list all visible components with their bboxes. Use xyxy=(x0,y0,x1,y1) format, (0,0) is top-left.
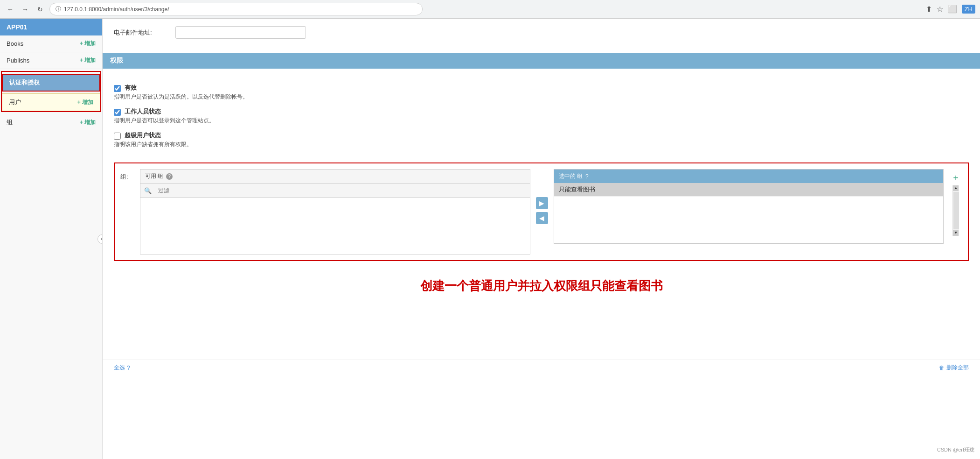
active-checkbox-row: 有效 指明用户是否被认为是活跃的。以反选代替删除帐号。 xyxy=(114,84,969,101)
publishs-label: Publishs xyxy=(7,57,29,64)
groups-arrow-buttons: ▶ ◀ xyxy=(536,169,548,224)
move-left-btn[interactable]: ◀ xyxy=(536,212,548,224)
window-icon[interactable]: ⬜ xyxy=(948,5,957,14)
superuser-desc: 指明该用户缺省拥有所有权限。 xyxy=(114,141,192,148)
selected-groups-label: 选中的 组 xyxy=(559,172,583,180)
available-help-icon[interactable]: ? xyxy=(166,173,173,180)
available-groups-label: 可用 组 xyxy=(145,172,163,180)
sidebar: APP01 Books + 增加 Publishs + 增加 认证和授权 用户 … xyxy=(0,19,103,459)
browser-chrome: ← → ↻ ⓘ 127.0.0.1:8000/admin/auth/user/3… xyxy=(0,0,980,19)
bottom-actions: 全选 ? 🗑 删除全部 xyxy=(103,360,980,375)
users-add-btn[interactable]: + 增加 xyxy=(77,99,93,106)
groups-section: 组: 可用 组 ? 🔍 ▶ ◀ xyxy=(103,162,980,268)
books-label: Books xyxy=(7,40,23,47)
users-label: 用户 xyxy=(9,98,21,106)
spacer xyxy=(103,304,980,360)
groups-container: 组: 可用 组 ? 🔍 ▶ ◀ xyxy=(114,162,969,261)
sidebar-item-publishs[interactable]: Publishs + 增加 xyxy=(0,52,102,69)
permissions-header: 权限 xyxy=(103,53,980,69)
email-input[interactable] xyxy=(175,26,306,39)
superuser-checkbox[interactable] xyxy=(114,133,121,140)
email-section: 电子邮件地址: xyxy=(103,19,980,53)
select-all-label: 全选 xyxy=(114,364,125,372)
scroll-thumb xyxy=(953,192,959,229)
select-all-help-icon: ? xyxy=(127,365,130,371)
staff-label: 工作人员状态 xyxy=(125,107,161,116)
remove-all-icon: 🗑 xyxy=(939,365,945,371)
selected-groups-list[interactable]: 只能查看图书 xyxy=(554,183,944,239)
app-layout: APP01 Books + 增加 Publishs + 增加 认证和授权 用户 … xyxy=(0,19,980,459)
browser-actions: ⬆ ☆ ⬜ ZH xyxy=(926,5,975,14)
sidebar-item-users[interactable]: 用户 + 增加 xyxy=(2,93,100,111)
app-title: APP01 xyxy=(0,19,102,35)
annotation-text: 创建一个普通用户并拉入权限组只能查看图书 xyxy=(103,268,980,304)
share-icon[interactable]: ⬆ xyxy=(926,5,932,14)
books-add-btn[interactable]: + 增加 xyxy=(80,40,96,48)
move-right-btn[interactable]: ▶ xyxy=(536,197,548,209)
permissions-section: 有效 指明用户是否被认为是活跃的。以反选代替删除帐号。 工作人员状态 指明用户是… xyxy=(103,76,980,162)
csdn-watermark: CSDN @erf珏珑 xyxy=(937,446,974,453)
groups-filter-input[interactable] xyxy=(154,185,526,196)
url-text: 127.0.0.1:8000/admin/auth/user/3/change/ xyxy=(64,6,169,13)
star-icon[interactable]: ☆ xyxy=(937,5,943,14)
email-row: 电子邮件地址: xyxy=(114,26,969,39)
sidebar-item-groups[interactable]: 组 + 增加 xyxy=(0,114,102,131)
active-desc: 指明用户是否被认为是活跃的。以反选代替删除帐号。 xyxy=(114,93,248,101)
available-groups-box: 可用 组 ? 🔍 xyxy=(140,169,530,254)
remove-all-label: 删除全部 xyxy=(946,364,969,372)
selected-group-item[interactable]: 只能查看图书 xyxy=(554,183,944,197)
groups-section-label: 组: xyxy=(120,169,134,181)
groups-add-btn[interactable]: + 增加 xyxy=(80,119,96,127)
remove-all-link[interactable]: 🗑 删除全部 xyxy=(939,364,969,372)
groups-filter-row: 🔍 xyxy=(140,184,530,198)
add-permission-btn[interactable]: + xyxy=(949,169,962,184)
superuser-label: 超级用户状态 xyxy=(125,131,161,140)
auth-section-header: 认证和授权 xyxy=(2,74,100,92)
lock-icon: ⓘ xyxy=(56,5,61,13)
selected-groups-box: 选中的 组 ? 只能查看图书 xyxy=(554,169,944,244)
scroll-down-btn[interactable]: ▼ xyxy=(953,230,959,236)
publishs-add-btn[interactable]: + 增加 xyxy=(80,56,96,64)
sidebar-collapse-btn[interactable]: « xyxy=(97,234,103,244)
active-checkbox[interactable] xyxy=(114,85,121,92)
search-icon: 🔍 xyxy=(144,187,152,194)
back-button[interactable]: ← xyxy=(5,4,16,15)
refresh-button[interactable]: ↻ xyxy=(35,4,46,15)
email-label: 电子邮件地址: xyxy=(114,28,170,37)
available-groups-list[interactable] xyxy=(140,198,530,254)
groups-label: 组 xyxy=(7,118,13,127)
staff-desc: 指明用户是否可以登录到这个管理站点。 xyxy=(114,117,215,125)
active-label: 有效 xyxy=(125,84,137,92)
staff-checkbox-row: 工作人员状态 指明用户是否可以登录到这个管理站点。 xyxy=(114,107,969,125)
select-all-link[interactable]: 全选 ? xyxy=(114,364,130,372)
address-bar[interactable]: ⓘ 127.0.0.1:8000/admin/auth/user/3/chang… xyxy=(49,3,423,15)
scroll-up-btn[interactable]: ▲ xyxy=(953,185,959,191)
main-content: 电子邮件地址: 权限 有效 指明用户是否被认为是活跃的。以反选代替删除帐号。 xyxy=(103,19,980,459)
available-groups-header: 可用 组 ? xyxy=(140,169,530,184)
staff-checkbox[interactable] xyxy=(114,109,121,116)
superuser-checkbox-row: 超级用户状态 指明该用户缺省拥有所有权限。 xyxy=(114,131,969,148)
selected-groups-header: 选中的 组 ? xyxy=(554,169,944,183)
forward-button[interactable]: → xyxy=(20,4,31,15)
sidebar-item-books[interactable]: Books + 增加 xyxy=(0,35,102,52)
language-indicator: ZH xyxy=(962,5,975,14)
selected-help-icon[interactable]: ? xyxy=(585,173,589,180)
